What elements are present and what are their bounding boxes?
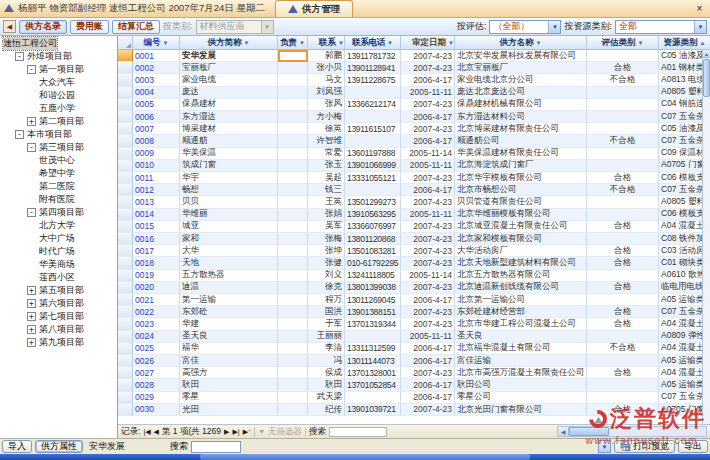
print-preview-button[interactable]: 打印预览 (614, 440, 675, 453)
table-cell[interactable]: 2005-11-11 (401, 331, 455, 343)
table-cell[interactable] (587, 87, 659, 99)
table-cell[interactable]: 0013 (133, 196, 180, 208)
table-cell[interactable]: 城亚 (180, 221, 278, 233)
table-cell[interactable]: 华美保温 (180, 148, 278, 160)
row-selector[interactable] (118, 221, 133, 233)
column-header[interactable]: 供方简称▼ (180, 36, 278, 50)
row-selector[interactable] (118, 245, 133, 257)
table-cell[interactable]: 13601197888 (345, 148, 401, 160)
table-cell[interactable] (587, 392, 659, 404)
table-cell[interactable]: 合格 (587, 221, 659, 233)
tree-item[interactable]: 五鹿小学 (0, 102, 117, 115)
table-cell[interactable]: 不合格 (587, 135, 659, 147)
table-cell[interactable]: 0030 (133, 404, 180, 416)
table-cell[interactable] (278, 148, 308, 160)
table-cell[interactable]: 张坤 (308, 245, 345, 257)
view-button-expense-account[interactable]: 费用账 (70, 20, 109, 34)
table-cell[interactable]: 程万 (308, 294, 345, 306)
table-cell[interactable]: 2007-4-23 (401, 245, 455, 257)
table-cell[interactable] (278, 331, 308, 343)
table-cell[interactable] (278, 50, 308, 62)
table-cell[interactable]: 耿田 (180, 379, 278, 391)
collapse-minus-icon[interactable]: - (15, 52, 24, 61)
table-row[interactable]: 0005保鼎建材张风133662121742007-4-23保鼎建材机械有限公司… (118, 99, 710, 111)
table-cell[interactable]: 0012 (133, 184, 180, 196)
table-cell[interactable]: 合格 (587, 172, 659, 184)
filter-dropdown-icon[interactable]: ▼ (536, 40, 542, 46)
tree-item[interactable]: 大中广场 (0, 232, 117, 245)
table-cell[interactable]: 0006 (133, 111, 180, 123)
table-cell[interactable]: 东郊砼建材经营部 (455, 306, 587, 318)
table-cell[interactable]: 2005-11-11 (401, 209, 455, 221)
table-cell[interactable]: 0021 (133, 294, 180, 306)
row-selector[interactable] (118, 379, 133, 391)
tree-item[interactable]: 华美商场 (0, 258, 117, 271)
table-cell[interactable]: 0008 (133, 135, 180, 147)
table-cell[interactable]: 13910563295 (345, 209, 401, 221)
table-cell[interactable]: 合格 (587, 282, 659, 294)
table-cell[interactable]: 王英 (308, 196, 345, 208)
table-cell[interactable] (587, 196, 659, 208)
table-cell[interactable]: 北京博采建材有限责任公司 (455, 123, 587, 135)
table-cell[interactable] (345, 184, 401, 196)
table-cell[interactable]: 北京福华混凝土有限公司 (455, 343, 587, 355)
table-cell[interactable]: 钱三 (308, 184, 345, 196)
table-cell[interactable]: 0019 (133, 270, 180, 282)
table-row[interactable]: 0019五方散热器刘义132411188052005-11-14北京五方散热器有… (118, 270, 710, 282)
table-cell[interactable] (278, 135, 308, 147)
table-cell[interactable]: 北京宝丽板厂 (455, 62, 587, 74)
table-cell[interactable]: 13366212174 (345, 99, 401, 111)
tree-item[interactable]: 附有医院 (0, 193, 117, 206)
table-cell[interactable]: 13501083281 (345, 245, 401, 257)
table-cell[interactable]: 郭鹏 (308, 50, 345, 62)
table-row[interactable]: 0003家业电缆马文139112286752006-4-17家业电缆北京分公司不… (118, 74, 710, 86)
table-cell[interactable]: 北京市畅想公司 (455, 184, 587, 196)
expand-plus-icon[interactable]: + (27, 286, 36, 295)
table-cell[interactable] (587, 148, 659, 160)
row-selector[interactable] (118, 196, 133, 208)
table-cell[interactable]: 合格 (587, 62, 659, 74)
tree-item[interactable]: 希望中学 (0, 167, 117, 180)
table-cell[interactable]: 2006-4-17 (401, 343, 455, 355)
row-selector[interactable] (118, 282, 133, 294)
table-cell[interactable]: 0004 (133, 87, 180, 99)
eval-filter-combo[interactable]: （全部） ▼ (489, 20, 561, 34)
select-all-corner[interactable] (118, 36, 133, 50)
column-header[interactable]: 负责▼ (278, 36, 308, 50)
column-header[interactable]: 编号▼ (133, 36, 180, 50)
table-cell[interactable]: 家和 (180, 233, 278, 245)
table-cell[interactable] (587, 355, 659, 367)
row-selector[interactable] (118, 99, 133, 111)
table-cell[interactable]: 大华 (180, 245, 278, 257)
scroll-up-icon[interactable]: ▲ (703, 50, 710, 58)
sort-asc-icon[interactable]: ▲ (700, 40, 706, 46)
table-cell[interactable]: 宝丽板厂 (180, 62, 278, 74)
chevron-down-icon[interactable]: ▼ (548, 21, 560, 33)
row-selector[interactable] (118, 306, 133, 318)
table-cell[interactable]: 2005-11-14 (401, 148, 455, 160)
table-cell[interactable] (278, 221, 308, 233)
table-cell[interactable]: 北京市华建工程公司混凝土公司 (455, 318, 587, 330)
table-cell[interactable]: 2007-4-23 (401, 172, 455, 184)
table-cell[interactable]: 13901128941 (345, 62, 401, 74)
collapse-minus-icon[interactable]: - (27, 143, 36, 152)
row-selector[interactable] (118, 233, 133, 245)
table-row[interactable]: 0004庞达刘凤强2005-11-11庞达北京庞达公司A0805 塑料管 (118, 87, 710, 99)
table-row[interactable]: 0028耿田耿田137010528542006-4-17耿田公司A05 运输类 (118, 379, 710, 391)
table-cell[interactable]: 13011144073 (345, 355, 401, 367)
new-record-button[interactable]: ▶* (243, 427, 252, 436)
table-cell[interactable]: 13241118805 (345, 270, 401, 282)
tree-item[interactable]: -第一项目部 (0, 63, 117, 76)
table-cell[interactable]: 2007-4-23 (401, 318, 455, 330)
table-cell[interactable]: 0028 (133, 379, 180, 391)
table-cell[interactable]: 北京迪温新创线缆有限公司 (455, 282, 587, 294)
table-cell[interactable] (278, 233, 308, 245)
expand-plus-icon[interactable]: + (27, 299, 36, 308)
table-cell[interactable] (278, 270, 308, 282)
chevron-down-icon[interactable]: ▼ (694, 21, 706, 33)
table-cell[interactable] (345, 392, 401, 404)
table-cell[interactable]: 13011269045 (345, 294, 401, 306)
column-header[interactable]: 联系电话▼ (345, 36, 401, 50)
column-header[interactable]: 联系▼ (308, 36, 345, 50)
tab-user-session[interactable]: 杨丽平 物资部副经理 速恒工程公司 2007年7月24日 星期二 (0, 0, 275, 17)
